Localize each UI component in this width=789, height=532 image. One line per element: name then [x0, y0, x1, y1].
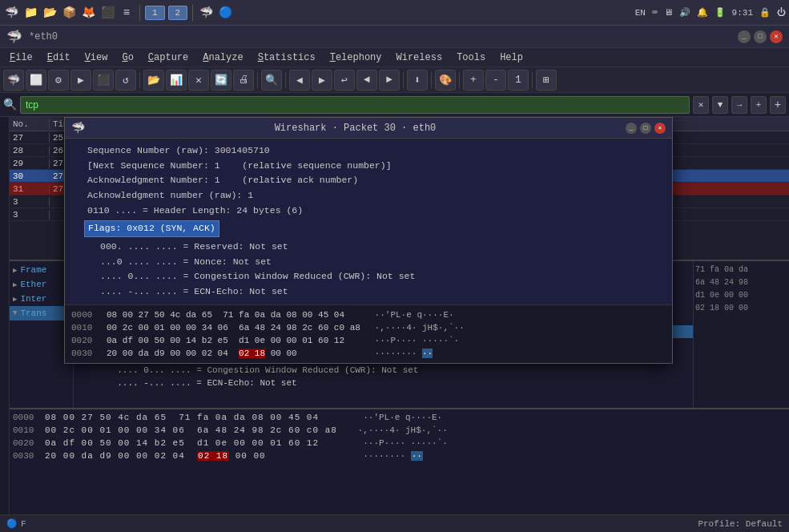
go-next-btn[interactable]: ► [379, 70, 400, 91]
frame-label: Frame [20, 265, 46, 275]
files-icon: 📁 [22, 5, 38, 21]
taskbar-btn-1[interactable]: 1 [145, 6, 165, 20]
tcp-arrow: ▼ [13, 309, 17, 317]
hex-row: 0030 20 00 da d9 00 00 02 04 02 18 00 00… [13, 449, 786, 462]
menu-tools[interactable]: Tools [450, 50, 492, 65]
menu-wireless[interactable]: Wireless [390, 50, 449, 65]
go-back-btn[interactable]: ◀ [289, 70, 310, 91]
resize-cols-btn[interactable]: ⊞ [536, 70, 557, 91]
toolbar-sep-4 [403, 72, 404, 88]
dhex-offset: 0000 [71, 310, 100, 320]
auto-scroll-btn[interactable]: ⬇ [407, 70, 428, 91]
maximize-button[interactable]: □ [754, 30, 767, 43]
taskbar-btn-2[interactable]: 2 [168, 6, 188, 20]
dialog-max-btn[interactable]: □ [640, 123, 651, 134]
shark-btn[interactable]: 🦈 [3, 70, 24, 91]
menu-capture[interactable]: Capture [142, 50, 195, 65]
dhex-ascii: ········ ·· [369, 349, 433, 358]
hex-ascii: ·,····4· jH$·,`·· [352, 425, 448, 435]
add-tab-btn[interactable]: + [770, 96, 786, 114]
menu-help[interactable]: Help [493, 50, 529, 65]
lang-indicator: EN [635, 8, 646, 18]
notify-icon: 🔔 [697, 7, 708, 18]
go-first-btn[interactable]: ↩ [334, 70, 355, 91]
right-hex-panel: 71 fa 0a da 6a 48 24 98 d1 0e 00 00 02 1… [693, 261, 789, 408]
zoom-out-btn[interactable]: - [485, 70, 506, 91]
filter-input[interactable]: tcp [20, 96, 690, 114]
pkt-no: 30 [10, 171, 50, 181]
hex-offset: 0030 [13, 451, 42, 461]
dialog-min-btn[interactable]: _ [626, 123, 637, 134]
keyboard-icon: ⌨ [652, 7, 658, 18]
title-bar: 🦈 *eth0 _ □ ✕ [0, 26, 789, 48]
dhex-offset: 0030 [71, 349, 100, 358]
dc-next-seq: [Next Sequence Number: 1 (relative seque… [71, 159, 666, 174]
menu-edit[interactable]: Edit [41, 50, 77, 65]
dhex-bytes: 08 00 27 50 4c da 65 71 fa 0a da 08 00 4… [107, 310, 363, 320]
taskbar: 🦈 📁 📂 📦 🦊 ⬛ ≡ 1 2 🦈 🔵 EN ⌨ 🖥 🔊 🔔 🔋 9:31 … [0, 0, 789, 26]
profile-label: Profile: Default [698, 519, 783, 529]
toolbar-sep-1 [139, 72, 140, 88]
colorize-btn[interactable]: 🎨 [435, 70, 456, 91]
capture-restart-btn[interactable]: ↺ [115, 70, 136, 91]
capture-interfaces-btn[interactable]: ⬜ [26, 70, 46, 91]
zoom-in-btn[interactable]: + [463, 70, 484, 91]
zoom-reset-btn[interactable]: 1 [508, 70, 529, 91]
save-btn[interactable]: 📊 [166, 70, 187, 91]
toolbar-sep-6 [459, 72, 460, 88]
dialog-close-btn[interactable]: ✕ [654, 123, 666, 134]
menu-go[interactable]: Go [115, 50, 139, 65]
open-btn[interactable]: 📂 [143, 70, 164, 91]
pkt-no: 27 [10, 133, 50, 143]
battery-icon: 🔋 [715, 7, 726, 18]
filter-arrow-btn[interactable]: ▼ [712, 96, 728, 114]
capture-options-btn[interactable]: ⚙ [48, 70, 69, 91]
reload-btn[interactable]: 🔄 [211, 70, 231, 91]
go-fwd-btn[interactable]: ▶ [312, 70, 332, 91]
time-display: 9:31 [732, 8, 753, 18]
find-btn[interactable]: 🔍 [261, 70, 282, 91]
detail-text: .... 0... .... = Congestion Window Reduc… [80, 365, 418, 375]
packet-dialog[interactable]: 🦈 Wireshark · Packet 30 · eth0 _ □ ✕ Seq… [64, 117, 673, 364]
wireshark-task-icon-2[interactable]: 🔵 [217, 5, 233, 21]
menu-file[interactable]: File [3, 50, 39, 65]
wireshark-task-icon[interactable]: 🦈 [198, 5, 214, 21]
rhex-text: 71 fa 0a da [695, 265, 748, 274]
flags-highlighted: Flags: 0x012 (SYN, ACK) [84, 220, 219, 237]
rhex-row: 6a 48 24 98 [695, 276, 787, 288]
hex-ascii: ··'PL·e q····E· [352, 413, 442, 422]
dhex-bytes: 20 00 da d9 00 00 02 04 02 18 00 00 [107, 349, 363, 358]
capture-stop-btn[interactable]: ⬛ [93, 70, 114, 91]
status-right: Profile: Default [698, 519, 783, 529]
firefox-icon: 🦊 [80, 5, 96, 21]
toolbar-sep-2 [257, 72, 258, 88]
status-left: 🔵 F [6, 518, 691, 529]
capture-start-btn[interactable]: ▶ [70, 70, 91, 91]
menu-analyze[interactable]: Analyze [196, 50, 249, 65]
toolbar-sep-7 [532, 72, 533, 88]
filter-bookmark-btn[interactable]: + [751, 96, 767, 114]
go-prev-btn[interactable]: ◄ [356, 70, 377, 91]
hex-bytes: 08 00 27 50 4c da 65 71 fa 0a da 08 00 4… [45, 413, 349, 422]
dc-ack-num: Acknowledgment Number: 1 (relative ack n… [71, 173, 666, 188]
dhex-row: 0020 0a df 00 50 00 14 b2 e5 d1 0e 00 00… [71, 334, 666, 347]
dc-ack-raw: Acknowledgment number (raw): 1 [71, 188, 666, 204]
menu-bar: File Edit View Go Capture Analyze Statis… [0, 48, 789, 67]
print-btn[interactable]: 🖨 [233, 70, 254, 91]
dialog-title-text: Wireshark · Packet 30 · eth0 [88, 123, 622, 134]
filter-clear-btn[interactable]: ✕ [693, 96, 709, 114]
dhex-offset: 0010 [71, 323, 100, 332]
dc-ecn: .... -... .... = ECN-Echo: Not set [71, 284, 666, 300]
dhex-row: 0010 00 2c 00 01 00 00 34 06 6a 48 24 98… [71, 321, 666, 334]
close-capture-btn[interactable]: ✕ [188, 70, 209, 91]
minimize-button[interactable]: _ [738, 30, 751, 43]
menu-view[interactable]: View [78, 50, 115, 65]
window-title: *eth0 [29, 31, 738, 42]
filter-apply-btn[interactable]: → [731, 96, 747, 114]
hex-row: 0000 08 00 27 50 4c da 65 71 fa 0a da 08… [13, 411, 786, 424]
dc-flags-row: Flags: 0x012 (SYN, ACK) [71, 218, 666, 240]
menu-telephony[interactable]: Telephony [324, 50, 388, 65]
close-button[interactable]: ✕ [770, 30, 783, 43]
menu-statistics[interactable]: Statistics [252, 50, 322, 65]
hex-bytes: 0a df 00 50 00 14 b2 e5 d1 0e 00 00 01 6… [45, 438, 349, 448]
